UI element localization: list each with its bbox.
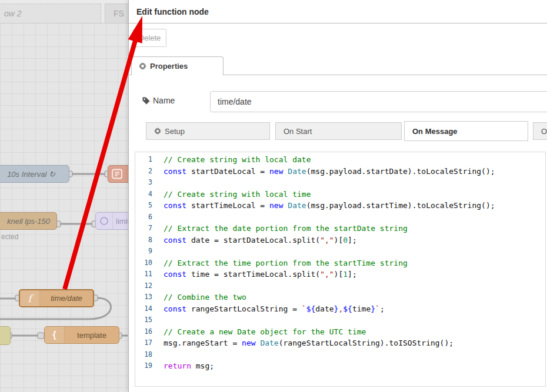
code-editor[interactable]: 1// Create string with local date2const … xyxy=(135,152,546,387)
code-lines: 1// Create string with local date2const … xyxy=(135,154,545,372)
node-label: knell lps-150 xyxy=(1,217,56,226)
code-line[interactable]: 16// Create a new Date object for the UT… xyxy=(135,326,545,338)
code-text: // Combine the two xyxy=(152,292,246,303)
node-function-time-date[interactable]: f time/date xyxy=(19,289,94,307)
code-text xyxy=(152,177,164,189)
code-text: // Create string with local time xyxy=(152,189,311,200)
line-number: 14 xyxy=(135,303,152,315)
code-line[interactable]: 19return msg; xyxy=(135,360,545,372)
code-line[interactable]: 11const time = startTimeLocal.split(",")… xyxy=(135,269,545,280)
tab-setup[interactable]: Setup xyxy=(146,122,270,140)
code-text xyxy=(152,280,164,292)
node-red-editor: ow 2 FS 10s Interval ↻ knell lps-150 ect… xyxy=(0,0,547,392)
line-number: 17 xyxy=(135,337,152,349)
code-line[interactable]: 18 xyxy=(135,349,545,361)
gear-icon xyxy=(154,128,161,135)
node-serial-lps-150[interactable]: knell lps-150 xyxy=(0,212,57,230)
line-number: 12 xyxy=(135,280,152,292)
node-delay-limit[interactable]: limit xyxy=(95,212,128,230)
code-line[interactable]: 1// Create string with local date xyxy=(135,154,545,166)
gear-icon xyxy=(139,62,146,70)
edit-function-node-dialog: Edit function node Delete Properties Nam… xyxy=(128,0,547,392)
line-number: 8 xyxy=(135,234,152,246)
line-number: 9 xyxy=(135,246,152,257)
tab-on-message-label: On Message xyxy=(412,127,458,136)
code-line[interactable]: 10// Extract the time portion from the s… xyxy=(135,257,545,269)
line-number: 11 xyxy=(135,269,152,280)
line-number: 10 xyxy=(135,257,152,269)
line-number: 13 xyxy=(135,292,152,303)
delay-icon xyxy=(96,213,113,229)
tab-properties-label: Properties xyxy=(150,62,188,71)
port[interactable] xyxy=(38,333,44,339)
node-status-text: ected xyxy=(1,233,18,241)
code-line[interactable]: 14const rangeStartLocalString = `${date}… xyxy=(135,303,545,315)
tab-on-start-label: On Start xyxy=(283,127,312,136)
node-template[interactable]: { template xyxy=(44,326,119,344)
tab-on-message[interactable]: On Message xyxy=(404,121,528,141)
code-text: // Extract the date portion from the sta… xyxy=(152,223,408,234)
code-line[interactable]: 15 xyxy=(135,314,545,326)
code-text: // Create a new Date object for the UTC … xyxy=(152,326,366,338)
code-line[interactable]: 8const date = startDateLocal.split(",")[… xyxy=(135,234,545,246)
tab-on-stop[interactable]: On Stop xyxy=(533,122,547,140)
line-number: 5 xyxy=(135,200,152,212)
code-text xyxy=(152,246,164,257)
flow-canvas[interactable]: ow 2 FS 10s Interval ↻ knell lps-150 ect… xyxy=(0,0,128,392)
line-number: 3 xyxy=(135,177,152,189)
code-text: // Create string with local date xyxy=(152,154,311,166)
line-number: 6 xyxy=(135,212,152,223)
code-line[interactable]: 17msg.rangeStart = new Date(rangeStartLo… xyxy=(135,337,545,349)
node-label: limit xyxy=(113,217,128,226)
code-text: const startDateLocal = new Date(msg.payl… xyxy=(152,166,495,177)
line-number: 4 xyxy=(135,189,152,200)
dialog-header: Edit function node xyxy=(129,0,547,24)
code-line[interactable]: 9 xyxy=(135,246,545,257)
line-number: 19 xyxy=(135,360,152,372)
code-line[interactable]: 2const startDateLocal = new Date(msg.pay… xyxy=(135,166,545,177)
name-label: Name xyxy=(153,96,175,105)
tab-setup-label: Setup xyxy=(165,127,185,136)
line-number: 7 xyxy=(135,223,152,234)
line-number: 15 xyxy=(135,314,152,326)
code-line[interactable]: 12 xyxy=(135,280,545,292)
code-line[interactable]: 6 xyxy=(135,212,545,223)
code-text xyxy=(152,212,164,223)
code-text: const rangeStartLocalString = `${date},$… xyxy=(152,303,385,315)
tag-icon xyxy=(142,96,151,105)
node-label: 10s Interval ↻ xyxy=(0,170,69,179)
code-line[interactable]: 3 xyxy=(135,177,545,189)
line-number: 2 xyxy=(135,166,152,177)
code-line[interactable]: 7// Extract the date portion from the st… xyxy=(135,223,545,234)
line-number: 16 xyxy=(135,326,152,338)
node-label: time/date xyxy=(40,294,93,303)
code-text: msg.rangeStart = new Date(rangeStartLoca… xyxy=(152,337,453,349)
tab-on-stop-label: On Stop xyxy=(541,127,547,136)
template-icon: { xyxy=(45,327,65,343)
node-clipped-left[interactable] xyxy=(0,326,11,345)
name-input[interactable] xyxy=(210,91,547,112)
node-dashboard[interactable] xyxy=(108,165,128,183)
node-inject-10s-interval[interactable]: 10s Interval ↻ xyxy=(0,165,69,183)
code-text: // Extract the time portion from the sta… xyxy=(152,257,408,269)
code-text: return msg; xyxy=(152,360,214,372)
code-text xyxy=(152,349,164,361)
code-text xyxy=(152,314,164,326)
line-number: 18 xyxy=(135,349,152,361)
code-line[interactable]: 13// Combine the two xyxy=(135,292,545,303)
tab-properties[interactable]: Properties xyxy=(131,56,224,75)
delete-button[interactable]: Delete xyxy=(133,29,166,47)
code-text: const startTimeLocal = new Date(msg.payl… xyxy=(152,200,495,212)
code-line[interactable]: 5const startTimeLocal = new Date(msg.pay… xyxy=(135,200,545,212)
code-text: const time = startTimeLocal.split(",")[1… xyxy=(152,269,357,280)
code-text: const date = startDateLocal.split(",")[0… xyxy=(152,234,357,246)
dialog-title: Edit function node xyxy=(136,7,209,16)
node-label: template xyxy=(65,331,119,340)
form-icon xyxy=(111,168,123,180)
code-line[interactable]: 4// Create string with local time xyxy=(135,189,545,200)
line-number: 1 xyxy=(135,154,152,166)
tab-on-start[interactable]: On Start xyxy=(275,122,402,140)
function-icon: f xyxy=(20,290,40,306)
